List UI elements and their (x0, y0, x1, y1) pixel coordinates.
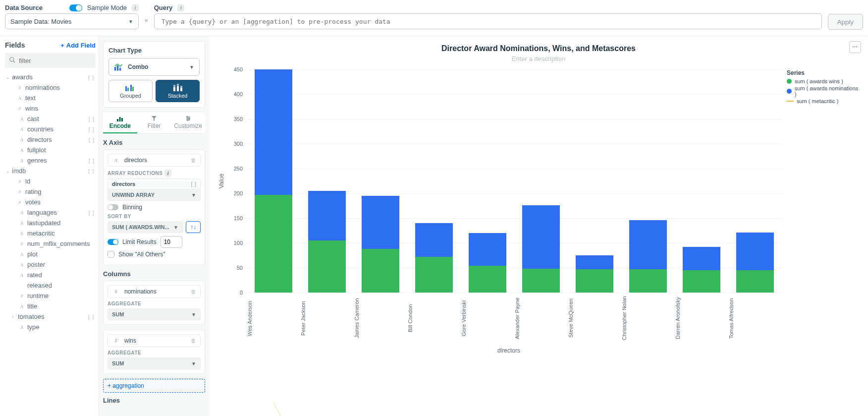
chart-description[interactable]: Enter a description (216, 55, 861, 62)
bar[interactable] (728, 69, 782, 293)
field-name: wins (25, 105, 38, 112)
add-field-label: Add Field (66, 42, 96, 49)
fields-filter-input[interactable] (5, 53, 96, 68)
stacked-button[interactable]: Stacked (156, 80, 200, 102)
chart-type-select[interactable]: Combo ▼ (108, 58, 200, 76)
text-type-icon (18, 157, 26, 164)
bar[interactable] (621, 69, 675, 293)
array-reductions-label: ARRAY REDUCTIONS (108, 171, 163, 176)
field-row[interactable]: votes (5, 197, 96, 207)
trash-icon[interactable]: 🗑 (191, 289, 196, 295)
field-row[interactable]: type (5, 322, 96, 332)
bar[interactable] (568, 69, 621, 293)
bar[interactable] (675, 69, 728, 293)
aggregate-label: AGGREGATE (108, 350, 201, 356)
sort-direction-button[interactable]: ↑↓ (186, 221, 201, 233)
field-name: votes (25, 198, 41, 206)
show-others-checkbox[interactable] (108, 251, 114, 258)
field-row[interactable]: lastupdated (5, 218, 96, 228)
chevron-down-icon: ▼ (191, 312, 196, 317)
field-row[interactable]: wins (5, 103, 96, 114)
info-icon[interactable]: i (164, 170, 171, 177)
field-row[interactable]: rated (5, 270, 96, 280)
aggregate-select[interactable]: SUM ▼ (108, 357, 201, 369)
sample-mode-toggle[interactable] (69, 4, 82, 11)
tab-encode[interactable]: Encode (103, 113, 137, 133)
expand-icon[interactable]: » (145, 4, 148, 24)
field-row[interactable]: cast[ ] (5, 114, 96, 124)
field-row[interactable]: plot (5, 249, 96, 259)
field-row[interactable]: runtime (5, 291, 96, 301)
field-name: countries (27, 125, 54, 133)
text-type-icon (18, 251, 26, 258)
legend-swatch-noms (787, 89, 792, 94)
bar[interactable] (247, 69, 300, 293)
field-row[interactable]: directors[ ] (5, 134, 96, 145)
field-row[interactable]: fullplot (5, 145, 96, 155)
aggregate-select[interactable]: SUM ▼ (108, 308, 201, 320)
trash-icon[interactable]: 🗑 (191, 157, 196, 163)
field-row[interactable]: nominations (5, 82, 96, 93)
field-name: fullplot (27, 146, 46, 154)
add-aggregation-button[interactable]: + aggregation (103, 379, 205, 393)
field-row[interactable]: text (5, 93, 96, 103)
xaxis-field[interactable]: directors 🗑 (108, 154, 201, 167)
field-row[interactable]: num_mflix_comments (5, 238, 96, 249)
legend-title: Series (787, 69, 861, 76)
svg-rect-2 (114, 67, 116, 71)
field-row[interactable]: title (5, 301, 96, 311)
query-input[interactable] (154, 13, 822, 29)
bar[interactable] (461, 69, 514, 293)
sort-by-select[interactable]: SUM ( AWARDS.WIN... ▼ (108, 221, 183, 233)
svg-rect-12 (177, 84, 179, 86)
chevron-down-icon: ▼ (189, 64, 194, 70)
field-name: plot (27, 250, 38, 258)
svg-line-1 (13, 61, 15, 63)
field-row[interactable]: ⌄awards{ } (5, 72, 96, 82)
field-row[interactable]: released (5, 280, 96, 291)
add-field-button[interactable]: + Add Field (60, 42, 96, 49)
field-row[interactable]: genres[ ] (5, 155, 96, 166)
field-row[interactable]: poster (5, 259, 96, 270)
lines-title: Lines (103, 397, 205, 404)
limit-input[interactable] (161, 236, 182, 248)
unwind-select[interactable]: UNWIND ARRAY ▼ (108, 189, 201, 201)
bar[interactable] (407, 69, 461, 293)
chevron-down-icon: ▼ (191, 192, 196, 198)
column-field[interactable]: nominations 🗑 (108, 285, 201, 298)
apply-button[interactable]: Apply (828, 14, 863, 30)
tab-customize[interactable]: Customize (171, 113, 205, 133)
chart-menu-button[interactable]: ⋯ (849, 41, 861, 53)
tab-filter[interactable]: Filter (137, 113, 171, 133)
field-row[interactable]: id (5, 176, 96, 186)
y-tick: 450 (234, 66, 243, 72)
limit-results-toggle[interactable] (108, 239, 118, 245)
binning-toggle[interactable] (108, 204, 118, 210)
data-source-select[interactable]: Sample Data: Movies ▼ (5, 13, 139, 29)
column-field[interactable]: wins 🗑 (108, 334, 201, 347)
svg-rect-6 (127, 88, 129, 91)
field-name: runtime (27, 292, 49, 299)
svg-point-23 (187, 119, 188, 120)
bar[interactable] (354, 69, 407, 293)
field-row[interactable]: languages[ ] (5, 207, 96, 218)
text-type-icon (18, 272, 26, 279)
info-icon[interactable]: i (177, 4, 184, 11)
grouped-button[interactable]: Grouped (108, 80, 153, 102)
field-name: id (25, 178, 30, 185)
trash-icon[interactable]: 🗑 (191, 338, 196, 344)
combo-chart-icon (114, 62, 124, 71)
bar[interactable] (514, 69, 568, 293)
info-icon[interactable]: i (132, 4, 139, 11)
chart-title[interactable]: Director Award Nominations, Wins, and Me… (216, 44, 861, 53)
field-row[interactable]: ›tomatoes{ } (5, 311, 96, 322)
x-tick: Bill Condon (407, 293, 461, 347)
field-row[interactable]: ⌄imdb{ } (5, 166, 96, 176)
query-label: Query (154, 4, 173, 11)
field-row[interactable]: countries[ ] (5, 124, 96, 134)
bar[interactable] (300, 69, 354, 293)
field-row[interactable]: rating (5, 186, 96, 197)
svg-rect-13 (180, 88, 182, 91)
field-row[interactable]: metacritic (5, 228, 96, 238)
object-icon: { } (88, 74, 95, 80)
